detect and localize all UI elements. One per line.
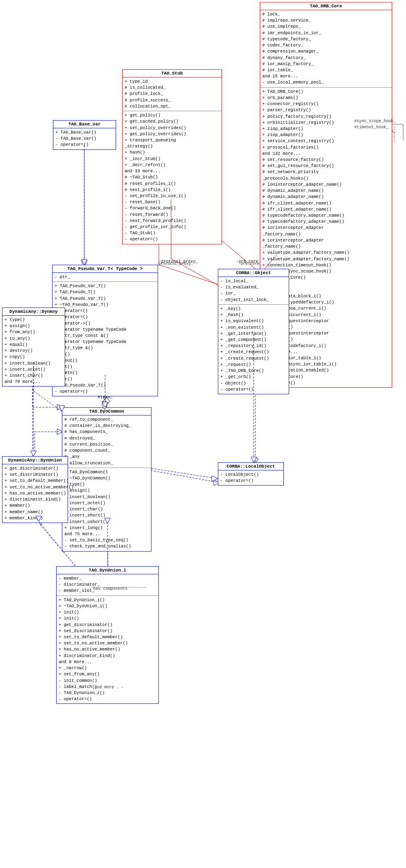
svg-marker-52 bbox=[31, 451, 36, 456]
dynamicany-dynunion-title: DynamicAny::DynUnion bbox=[2, 457, 68, 464]
svg-marker-54 bbox=[102, 402, 108, 407]
corba-localobject-title: CORBA::LocalObject bbox=[218, 463, 283, 470]
dynamicany-dynany-box: DynamicAny::DynAny + type() + assign() +… bbox=[2, 308, 65, 387]
svg-marker-35 bbox=[81, 259, 87, 265]
tao-stub-methods: + get_policy() + get_cached_policy() + s… bbox=[123, 111, 222, 244]
tao-dynunion-i-title: TAO_DynUnion_i bbox=[57, 567, 158, 574]
tao-dyncommon-methods: + TAO_DynCommon() + ~TAO_DynCommon() + t… bbox=[62, 468, 151, 551]
tao-dynunion-i-box: TAO_DynUnion_i - member_ - discriminator… bbox=[56, 566, 159, 704]
svg-line-24 bbox=[159, 265, 220, 285]
tao-orb-core-attributes: # lock_ # implrepo_service_ # use_implre… bbox=[260, 10, 392, 88]
corba-localobject-box: CORBA::LocalObject - LocalObject() - ope… bbox=[218, 462, 284, 486]
diagram-container: #sync_scope_hook_ #timeout_hook_ -protoc… bbox=[0, 0, 406, 868]
corba-localobject-methods: - LocalObject() - operator=() bbox=[218, 470, 283, 485]
svg-line-57 bbox=[151, 468, 218, 479]
dynamicany-dynunion-methods: + get_discriminator() + set_discriminato… bbox=[2, 464, 68, 523]
tao-base-var-methods: + TAO_Base_var() - TAO_Base_var() - oper… bbox=[53, 128, 116, 149]
tao-dyncommon-box: TAO_DynCommon # ref_to_component_ # cont… bbox=[62, 407, 151, 552]
dynamicany-dynany-title: DynamicAny::DynAny bbox=[2, 308, 65, 316]
tao-dyncommon-title: TAO_DynCommon bbox=[62, 408, 151, 415]
corba-object-title: CORBA::Object bbox=[218, 269, 289, 277]
svg-text:-protocol_proxy_: -protocol_proxy_ bbox=[156, 261, 193, 266]
svg-marker-10 bbox=[102, 401, 108, 407]
tao-dynunion-i-methods: + TAO_DynUnion_i() + ~TAO_DynUnion_i() +… bbox=[57, 596, 158, 704]
tao-pseudo-var-box: TAO_Pseudo_Var_T< TypeCode > - ptr_ + TA… bbox=[52, 265, 158, 396]
tao-pseudo-var-methods: + TAO_Pseudo_Var_T() + TAO_Pseudo_T() + … bbox=[53, 282, 158, 396]
tao-stub-box: TAO_Stub + type_id # is_collocated_ # pr… bbox=[122, 69, 222, 244]
tao-dyncommon-attributes: # ref_to_component_ # container_is_destr… bbox=[62, 415, 151, 468]
dynamicany-dynany-methods: + type() + assign() + from_any() + to_an… bbox=[2, 316, 65, 386]
tao-orb-core-title: TAO_ORB_Core bbox=[260, 2, 392, 10]
tao-dynunion-i-attributes: - member_ - discriminator_ - member_slot… bbox=[57, 574, 158, 596]
corba-object-methods: + _key() + _hash() + is_equivalent() + _… bbox=[218, 305, 289, 394]
svg-line-41 bbox=[171, 259, 218, 285]
tao-stub-attributes: + type_id # is_collocated_ # profile_loc… bbox=[123, 77, 222, 111]
tao-pseudo-var-title: TAO_Pseudo_Var_T< TypeCode > bbox=[53, 265, 158, 273]
corba-object-attributes: - is_local_ - is_evaluated_ - ior_ - obj… bbox=[218, 277, 289, 305]
svg-text:-orb_core_: -orb_core_ bbox=[238, 261, 261, 266]
dynamicany-dynunion-box: DynamicAny::DynUnion + get_discriminator… bbox=[2, 456, 68, 523]
svg-marker-58 bbox=[212, 476, 218, 481]
svg-marker-56 bbox=[251, 457, 257, 462]
corba-object-box: CORBA::Object - is_local_ - is_evaluated… bbox=[218, 269, 289, 394]
tao-base-var-title: TAO_Base_var bbox=[53, 121, 116, 128]
tao-base-var-box: TAO_Base_var + TAO_Base_var() - TAO_Base… bbox=[53, 120, 116, 150]
svg-text:-orb_core_: -orb_core_ bbox=[236, 259, 261, 264]
svg-text:-protocol_proxy_: -protocol_proxy_ bbox=[159, 259, 198, 264]
svg-line-16 bbox=[151, 470, 220, 483]
svg-marker-13 bbox=[104, 397, 110, 405]
tao-pseudo-var-attributes: - ptr_ bbox=[53, 273, 158, 282]
tao-stub-title: TAO_Stub bbox=[123, 70, 222, 77]
